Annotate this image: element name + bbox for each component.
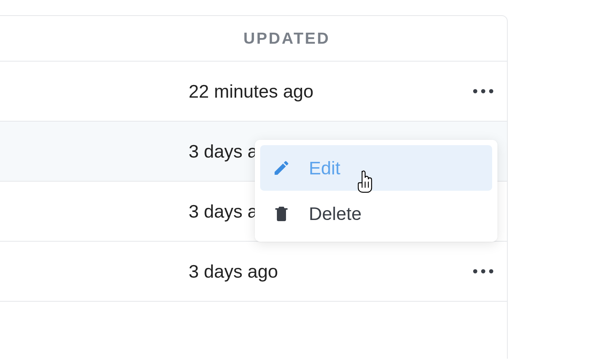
- ellipsis-icon: [481, 89, 485, 93]
- table-header-row: UPDATED: [0, 16, 507, 62]
- more-actions-button[interactable]: [473, 269, 493, 274]
- delete-menu-item[interactable]: Delete: [260, 191, 492, 236]
- ellipsis-icon: [489, 269, 493, 274]
- column-header-updated: UPDATED: [243, 29, 330, 47]
- trash-icon: [272, 204, 291, 223]
- table-row[interactable]: 3 days ago: [0, 242, 507, 302]
- edit-label: Edit: [309, 158, 340, 179]
- updated-cell: 22 minutes ago: [189, 81, 313, 102]
- more-actions-button[interactable]: [473, 89, 493, 93]
- table-row[interactable]: 22 minutes ago: [0, 62, 507, 122]
- ellipsis-icon: [489, 89, 493, 93]
- updated-cell: 3 days ago: [189, 261, 278, 282]
- pencil-icon: [272, 159, 291, 177]
- table-row[interactable]: [0, 302, 507, 359]
- edit-menu-item[interactable]: Edit: [260, 145, 492, 191]
- ellipsis-icon: [473, 89, 477, 93]
- row-actions-menu: Edit Delete: [255, 140, 497, 242]
- ellipsis-icon: [481, 269, 485, 274]
- delete-label: Delete: [309, 203, 362, 224]
- ellipsis-icon: [473, 269, 477, 274]
